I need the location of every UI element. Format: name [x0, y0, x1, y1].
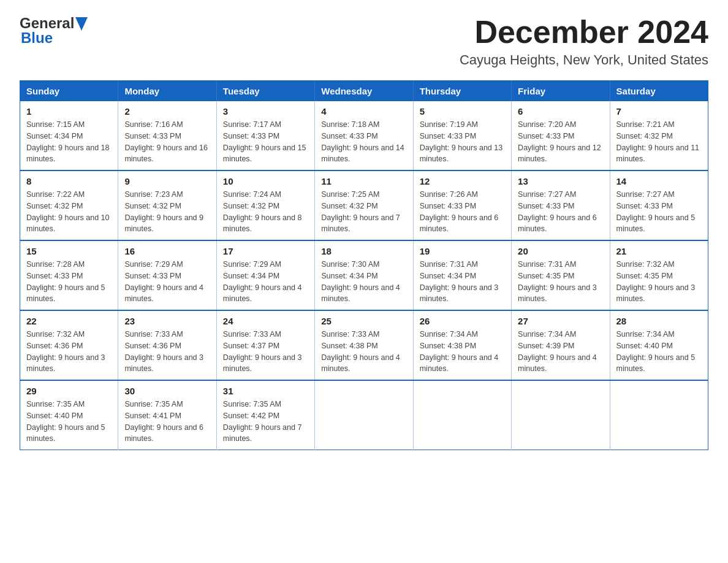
calendar-day-cell: 11Sunrise: 7:25 AMSunset: 4:32 PMDayligh…: [315, 170, 413, 240]
day-info: Sunrise: 7:28 AMSunset: 4:33 PMDaylight:…: [26, 259, 112, 305]
calendar-day-cell: 22Sunrise: 7:32 AMSunset: 4:36 PMDayligh…: [20, 310, 118, 380]
calendar-day-cell: 30Sunrise: 7:35 AMSunset: 4:41 PMDayligh…: [118, 380, 216, 450]
day-number: 29: [26, 386, 112, 396]
day-info: Sunrise: 7:31 AMSunset: 4:34 PMDaylight:…: [420, 259, 505, 305]
weekday-header-monday: Monday: [118, 81, 216, 102]
calendar-day-cell: 26Sunrise: 7:34 AMSunset: 4:38 PMDayligh…: [413, 310, 511, 380]
day-info: Sunrise: 7:35 AMSunset: 4:40 PMDaylight:…: [26, 399, 112, 445]
day-number: 25: [321, 316, 406, 326]
calendar-day-cell: 21Sunrise: 7:32 AMSunset: 4:35 PMDayligh…: [610, 240, 708, 310]
title-area: December 2024 Cayuga Heights, New York, …: [460, 15, 708, 68]
day-number: 20: [518, 246, 603, 256]
weekday-header-thursday: Thursday: [413, 81, 511, 102]
calendar-day-cell: 20Sunrise: 7:31 AMSunset: 4:35 PMDayligh…: [512, 240, 610, 310]
day-number: 5: [420, 106, 505, 117]
weekday-header-tuesday: Tuesday: [216, 81, 314, 102]
calendar-week-row: 1Sunrise: 7:15 AMSunset: 4:34 PMDaylight…: [20, 101, 708, 170]
day-number: 10: [223, 176, 308, 186]
weekday-header-saturday: Saturday: [610, 81, 708, 102]
day-number: 1: [26, 106, 112, 117]
day-info: Sunrise: 7:33 AMSunset: 4:37 PMDaylight:…: [223, 329, 308, 375]
day-number: 24: [223, 316, 308, 326]
calendar-empty-cell: [610, 380, 708, 450]
day-number: 15: [26, 246, 112, 256]
day-info: Sunrise: 7:27 AMSunset: 4:33 PMDaylight:…: [616, 189, 702, 235]
day-info: Sunrise: 7:18 AMSunset: 4:33 PMDaylight:…: [321, 119, 406, 165]
calendar-day-cell: 3Sunrise: 7:17 AMSunset: 4:33 PMDaylight…: [216, 101, 314, 170]
day-number: 11: [321, 176, 406, 186]
day-number: 19: [420, 246, 505, 256]
calendar-day-cell: 9Sunrise: 7:23 AMSunset: 4:32 PMDaylight…: [118, 170, 216, 240]
day-number: 3: [223, 106, 308, 117]
calendar-day-cell: 15Sunrise: 7:28 AMSunset: 4:33 PMDayligh…: [20, 240, 118, 310]
calendar-empty-cell: [315, 380, 413, 450]
calendar-day-cell: 14Sunrise: 7:27 AMSunset: 4:33 PMDayligh…: [610, 170, 708, 240]
calendar-day-cell: 6Sunrise: 7:20 AMSunset: 4:33 PMDaylight…: [512, 101, 610, 170]
logo-blue-text: Blue: [21, 29, 53, 47]
calendar-table: SundayMondayTuesdayWednesdayThursdayFrid…: [20, 80, 708, 450]
day-number: 30: [124, 386, 210, 396]
calendar-week-row: 29Sunrise: 7:35 AMSunset: 4:40 PMDayligh…: [20, 380, 708, 450]
day-info: Sunrise: 7:35 AMSunset: 4:42 PMDaylight:…: [223, 399, 308, 445]
day-number: 22: [26, 316, 112, 326]
day-info: Sunrise: 7:21 AMSunset: 4:32 PMDaylight:…: [616, 119, 702, 165]
day-number: 13: [518, 176, 603, 186]
calendar-day-cell: 31Sunrise: 7:35 AMSunset: 4:42 PMDayligh…: [216, 380, 314, 450]
day-number: 21: [616, 246, 702, 256]
svg-marker-0: [75, 17, 88, 31]
calendar-day-cell: 29Sunrise: 7:35 AMSunset: 4:40 PMDayligh…: [20, 380, 118, 450]
day-info: Sunrise: 7:35 AMSunset: 4:41 PMDaylight:…: [124, 399, 210, 445]
day-info: Sunrise: 7:31 AMSunset: 4:35 PMDaylight:…: [518, 259, 603, 305]
calendar-empty-cell: [413, 380, 511, 450]
day-info: Sunrise: 7:32 AMSunset: 4:36 PMDaylight:…: [26, 329, 112, 375]
day-info: Sunrise: 7:16 AMSunset: 4:33 PMDaylight:…: [124, 119, 210, 165]
day-number: 17: [223, 246, 308, 256]
day-info: Sunrise: 7:33 AMSunset: 4:36 PMDaylight:…: [124, 329, 210, 375]
weekday-header-sunday: Sunday: [20, 81, 118, 102]
calendar-day-cell: 10Sunrise: 7:24 AMSunset: 4:32 PMDayligh…: [216, 170, 314, 240]
calendar-day-cell: 5Sunrise: 7:19 AMSunset: 4:33 PMDaylight…: [413, 101, 511, 170]
page-header: General Blue December 2024 Cayuga Height…: [20, 15, 708, 68]
day-number: 31: [223, 386, 308, 396]
day-info: Sunrise: 7:24 AMSunset: 4:32 PMDaylight:…: [223, 189, 308, 235]
day-number: 18: [321, 246, 406, 256]
calendar-week-row: 22Sunrise: 7:32 AMSunset: 4:36 PMDayligh…: [20, 310, 708, 380]
calendar-empty-cell: [512, 380, 610, 450]
calendar-week-row: 8Sunrise: 7:22 AMSunset: 4:32 PMDaylight…: [20, 170, 708, 240]
day-number: 27: [518, 316, 603, 326]
day-number: 6: [518, 106, 603, 117]
day-info: Sunrise: 7:15 AMSunset: 4:34 PMDaylight:…: [26, 119, 112, 165]
day-number: 2: [124, 106, 210, 117]
calendar-day-cell: 23Sunrise: 7:33 AMSunset: 4:36 PMDayligh…: [118, 310, 216, 380]
day-info: Sunrise: 7:19 AMSunset: 4:33 PMDaylight:…: [420, 119, 505, 165]
day-number: 4: [321, 106, 406, 117]
logo: General Blue: [20, 15, 88, 47]
calendar-day-cell: 13Sunrise: 7:27 AMSunset: 4:33 PMDayligh…: [512, 170, 610, 240]
day-info: Sunrise: 7:29 AMSunset: 4:34 PMDaylight:…: [223, 259, 308, 305]
day-info: Sunrise: 7:34 AMSunset: 4:38 PMDaylight:…: [420, 329, 505, 375]
day-info: Sunrise: 7:29 AMSunset: 4:33 PMDaylight:…: [124, 259, 210, 305]
calendar-day-cell: 7Sunrise: 7:21 AMSunset: 4:32 PMDaylight…: [610, 101, 708, 170]
calendar-week-row: 15Sunrise: 7:28 AMSunset: 4:33 PMDayligh…: [20, 240, 708, 310]
day-info: Sunrise: 7:26 AMSunset: 4:33 PMDaylight:…: [420, 189, 505, 235]
page-subtitle: Cayuga Heights, New York, United States: [460, 52, 708, 68]
calendar-day-cell: 2Sunrise: 7:16 AMSunset: 4:33 PMDaylight…: [118, 101, 216, 170]
day-info: Sunrise: 7:22 AMSunset: 4:32 PMDaylight:…: [26, 189, 112, 235]
day-number: 8: [26, 176, 112, 186]
weekday-header-friday: Friday: [512, 81, 610, 102]
day-number: 26: [420, 316, 505, 326]
day-info: Sunrise: 7:34 AMSunset: 4:39 PMDaylight:…: [518, 329, 603, 375]
logo-arrow-icon: [75, 17, 88, 31]
day-number: 12: [420, 176, 505, 186]
calendar-day-cell: 24Sunrise: 7:33 AMSunset: 4:37 PMDayligh…: [216, 310, 314, 380]
calendar-day-cell: 4Sunrise: 7:18 AMSunset: 4:33 PMDaylight…: [315, 101, 413, 170]
calendar-day-cell: 28Sunrise: 7:34 AMSunset: 4:40 PMDayligh…: [610, 310, 708, 380]
calendar-header-row: SundayMondayTuesdayWednesdayThursdayFrid…: [20, 81, 708, 102]
day-info: Sunrise: 7:25 AMSunset: 4:32 PMDaylight:…: [321, 189, 406, 235]
weekday-header-wednesday: Wednesday: [315, 81, 413, 102]
day-info: Sunrise: 7:20 AMSunset: 4:33 PMDaylight:…: [518, 119, 603, 165]
day-info: Sunrise: 7:23 AMSunset: 4:32 PMDaylight:…: [124, 189, 210, 235]
day-number: 23: [124, 316, 210, 326]
calendar-day-cell: 16Sunrise: 7:29 AMSunset: 4:33 PMDayligh…: [118, 240, 216, 310]
day-info: Sunrise: 7:30 AMSunset: 4:34 PMDaylight:…: [321, 259, 406, 305]
